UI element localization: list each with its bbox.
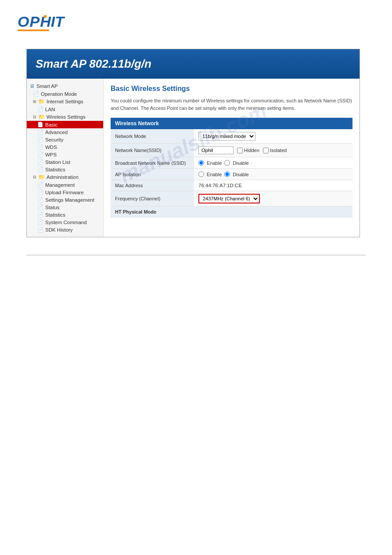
sidebar: 🖥 Smart AP 📄 Operation Mode ⊞ 📁 Internet… (27, 79, 104, 237)
table-row: AP Isolation Enable Disable (111, 169, 352, 180)
section-title: Basic Wireless Settings (111, 85, 352, 93)
settings-table: Wireless Network Network Mode 11b/g/n mi… (111, 118, 352, 218)
expand-icon: ⊞ (33, 99, 36, 104)
table-row: Mac Address 76:44:76:A7:1D:CE (111, 180, 352, 191)
field-value-network-mode: 11b/g/n mixed mode 11b only 11g only 11n… (194, 129, 352, 144)
page-icon: 📄 (37, 106, 43, 112)
logo-dot (44, 15, 47, 18)
banner: Smart AP 802.11b/g/n (27, 49, 360, 79)
field-value-ap-isolation: Enable Disable (194, 169, 352, 180)
field-value-ssid: Hidden Isolated (194, 144, 352, 157)
page-icon: 📄 (37, 189, 43, 195)
page-icon: 📄 (37, 182, 43, 188)
page-icon: 📄 (37, 129, 43, 135)
page-icon: 📄 (37, 159, 43, 165)
page-icon: 📄 (37, 227, 43, 232)
sidebar-item-internet-settings[interactable]: ⊞ 📁 Internet Settings (27, 98, 103, 105)
broadcast-ssid-radio-group: Enable Disable (198, 160, 348, 166)
table-row: Broadcast Network Name (SSID) Enable Dis… (111, 157, 352, 169)
broadcast-enable-radio[interactable] (198, 160, 204, 166)
field-value-broadcast-ssid: Enable Disable (194, 157, 352, 169)
folder-icon: 📁 (38, 98, 45, 105)
ssid-input[interactable] (198, 146, 234, 154)
folder-icon: 📁 (38, 174, 45, 180)
logo-text: OP (18, 13, 40, 30)
sidebar-item-wireless-settings[interactable]: ⊟ 📁 Wireless Settings (27, 113, 103, 121)
bottom-line (26, 255, 366, 255)
network-mode-select[interactable]: 11b/g/n mixed mode 11b only 11g only 11n… (198, 132, 255, 141)
sidebar-item-lan[interactable]: 📄 LAN (27, 105, 103, 113)
sidebar-item-sdk-history[interactable]: 📄 SDK History (27, 226, 103, 233)
monitor-icon: 🖥 (29, 83, 35, 89)
sidebar-item-smart-ap[interactable]: 🖥 Smart AP (27, 82, 103, 90)
ap-isolation-enable-radio[interactable] (198, 171, 204, 177)
page-icon: 📄 (33, 91, 39, 97)
field-value-frequency: 2437MHz (Channel 6) 2412MHz (Channel 1) … (194, 191, 352, 207)
folder-icon: 📁 (38, 114, 45, 120)
hidden-checkbox[interactable] (237, 148, 243, 153)
main-content: Basic Wireless Settings You could config… (104, 79, 360, 237)
logo-it-text: IT (51, 13, 64, 30)
frequency-select[interactable]: 2437MHz (Channel 6) 2412MHz (Channel 1) … (198, 194, 260, 203)
page-icon: 📄 (37, 167, 43, 172)
page-icon: 📄 (37, 137, 43, 142)
expand-icon: ⊟ (33, 115, 36, 119)
sidebar-item-wds[interactable]: 📄 WDS (27, 143, 103, 151)
table-row: Frequency (Channel) 2437MHz (Channel 6) … (111, 191, 352, 207)
sidebar-item-settings-management[interactable]: 📄 Settings Management (27, 196, 103, 203)
sidebar-item-statistics-wireless[interactable]: 📄 Statistics (27, 166, 103, 173)
sidebar-item-security[interactable]: 📄 Security (27, 136, 103, 143)
ap-isolation-radio-group: Enable Disable (198, 171, 348, 177)
frequency-field: 2437MHz (Channel 6) 2412MHz (Channel 1) … (198, 194, 348, 203)
content-area: 🖥 Smart AP 📄 Operation Mode ⊞ 📁 Internet… (27, 79, 360, 237)
sidebar-item-station-list[interactable]: 📄 Station List (27, 158, 103, 166)
sidebar-item-statistics-admin[interactable]: 📄 Statistics (27, 211, 103, 218)
field-label-ssid: Network Name(SSID) (111, 144, 194, 157)
table-row-ht-physical-mode: HT Physical Mode (111, 207, 352, 218)
banner-title: Smart AP 802.11b/g/n (36, 57, 151, 70)
field-label-ap-isolation: AP Isolation (111, 169, 194, 180)
field-label-frequency: Frequency (Channel) (111, 191, 194, 207)
sidebar-item-upload-firmware[interactable]: 📄 Upload Firmware (27, 189, 103, 196)
page-icon: 📄 (37, 197, 43, 203)
ht-physical-mode-header: HT Physical Mode (111, 207, 352, 218)
isolated-checkbox[interactable] (263, 148, 269, 153)
page-icon: 📄 (37, 212, 43, 218)
table-row: Network Mode 11b/g/n mixed mode 11b only… (111, 129, 352, 144)
sidebar-item-advanced[interactable]: 📄 Advanced (27, 128, 103, 136)
page-icon: 📄 (37, 144, 43, 150)
network-mode-field: 11b/g/n mixed mode 11b only 11g only 11n… (198, 132, 348, 141)
page-icon: 📄 (37, 219, 43, 225)
section-description: You could configure the minimum number o… (111, 97, 352, 112)
main-frame: manualslib.com Smart AP 802.11b/g/n 🖥 Sm… (26, 49, 360, 237)
isolated-checkbox-label: Isolated (263, 148, 287, 153)
table-header: Wireless Network (111, 118, 352, 129)
sidebar-item-administration[interactable]: ⊟ 📁 Administration (27, 173, 103, 181)
field-label-broadcast-ssid: Broadcast Network Name (SSID) (111, 157, 194, 169)
hidden-checkbox-label: Hidden (237, 148, 259, 153)
field-value-mac-address: 76:44:76:A7:1D:CE (194, 180, 352, 191)
broadcast-disable-radio[interactable] (224, 160, 230, 166)
sidebar-item-system-command[interactable]: 📄 System Command (27, 218, 103, 226)
sidebar-item-operation-mode[interactable]: 📄 Operation Mode (27, 90, 103, 98)
page-icon: 📄 (37, 152, 43, 157)
sidebar-item-management[interactable]: 📄 Management (27, 181, 103, 189)
field-label-network-mode: Network Mode (111, 129, 194, 144)
ap-isolation-disable-radio[interactable] (224, 171, 230, 177)
sidebar-item-basic[interactable]: 📄 Basic (27, 121, 103, 128)
table-row: Network Name(SSID) Hidden (111, 144, 352, 157)
sidebar-item-status[interactable]: 📄 Status (27, 203, 103, 211)
expand-icon: ⊟ (33, 175, 36, 179)
field-label-mac-address: Mac Address (111, 180, 194, 191)
sidebar-item-wps[interactable]: 📄 WPS (27, 151, 103, 158)
page-icon: 📄 (37, 122, 43, 127)
logo: OP H IT (18, 13, 379, 31)
logo-area: OP H IT (13, 9, 379, 40)
page-wrapper: OP H IT manualslib.com Smart AP 802.11b/… (0, 0, 392, 555)
ssid-field: Hidden Isolated (198, 146, 348, 154)
page-icon: 📄 (37, 204, 43, 210)
